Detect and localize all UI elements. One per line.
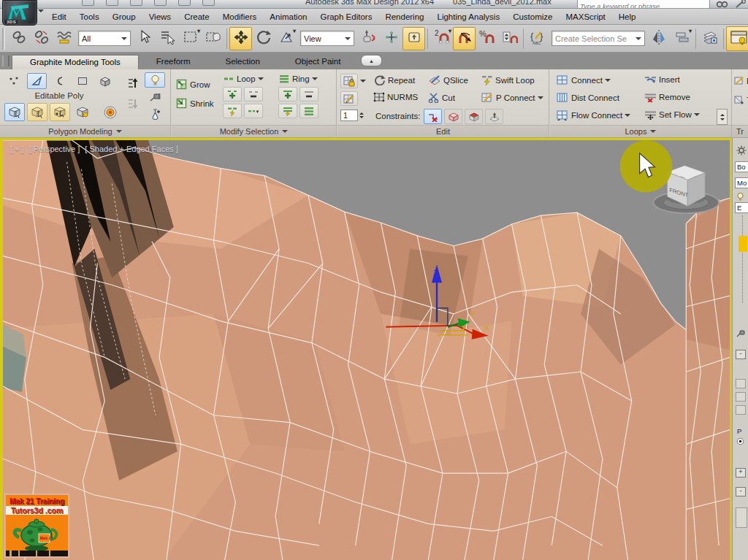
toggle-end-result-button[interactable] (145, 72, 165, 88)
tweak-uvs-button[interactable] (340, 91, 358, 106)
select-and-rotate-button[interactable] (252, 27, 275, 50)
open-file-icon[interactable] (106, 0, 118, 6)
keyboard-shortcut-override-button[interactable] (402, 27, 425, 50)
toggle-command-panel-button[interactable] (72, 103, 93, 121)
mirror-button[interactable] (648, 27, 671, 50)
select-object-button[interactable] (134, 27, 156, 50)
border-subobject-button[interactable] (50, 73, 69, 89)
grow-button[interactable]: Grow (175, 78, 210, 91)
repeat-button[interactable]: Repeat (373, 74, 416, 86)
ring-button[interactable]: Ring (278, 74, 318, 84)
snaps-toggle-2d-button[interactable]: 2▾ (430, 27, 453, 50)
modify-selection-caption[interactable]: Modify Selection (172, 125, 336, 137)
menu-rendering[interactable]: Rendering (378, 9, 430, 24)
search-binoculars-icon[interactable] (716, 0, 729, 9)
ring-mode-button[interactable] (278, 104, 297, 118)
tab-graphite-modeling-tools[interactable]: Graphite Modeling Tools (12, 55, 139, 69)
preview-multi-button[interactable] (50, 103, 70, 121)
angle-snap-toggle-button[interactable] (453, 27, 476, 50)
viewport-canvas[interactable]: Z Y X FRONT (3, 140, 730, 560)
tris-caption[interactable]: Tr (732, 125, 748, 137)
insert-loop-button[interactable]: Insert (644, 74, 681, 85)
menu-maxscript[interactable]: MAXScript (559, 9, 611, 24)
rollout-minus-2[interactable]: - (736, 487, 746, 496)
modifier-list-fragment[interactable]: Mo (735, 177, 748, 188)
preserve-uvs-caret-icon[interactable] (360, 80, 366, 85)
select-link-button[interactable] (7, 27, 30, 50)
undo-icon[interactable] (154, 0, 167, 6)
rollout-plus-1[interactable]: + (736, 468, 746, 477)
iterations-spinner[interactable] (359, 110, 364, 120)
select-and-manipulate-button[interactable] (380, 27, 402, 50)
ring-both-button[interactable] (299, 104, 318, 118)
redo-icon[interactable] (178, 0, 191, 6)
set-flow-button[interactable]: Set Flow (644, 109, 701, 120)
soft-selection-button[interactable] (98, 103, 123, 121)
qslice-button[interactable]: QSlice (427, 74, 469, 86)
preview-subobject-button[interactable] (27, 103, 47, 121)
menu-create[interactable]: Create (178, 9, 216, 24)
object-name-field-fragment[interactable]: Bo (735, 161, 748, 172)
menu-animation[interactable]: Animation (263, 9, 313, 24)
viewport-shading-menu[interactable]: [ Shaded + Edged Faces ] (85, 145, 178, 153)
infocenter-search[interactable] (577, 0, 710, 9)
menu-graph-editors[interactable]: Graph Editors (313, 9, 378, 24)
reference-coordinate-dropdown[interactable]: View (300, 31, 354, 46)
preserve-uvs-button[interactable] (340, 74, 358, 88)
toolbar-grip[interactable] (2, 28, 5, 50)
bind-spacewarp-button[interactable] (53, 27, 75, 50)
app-button-caret-icon[interactable] (38, 9, 44, 15)
loop-mode-button[interactable] (223, 104, 242, 118)
set-project-folder-icon[interactable] (202, 0, 215, 6)
shrink-button[interactable]: Shrink (175, 97, 215, 110)
p-connect-button[interactable]: P Connect (481, 91, 544, 104)
pin-stack-icon[interactable] (736, 329, 746, 339)
param-button-fragment-2[interactable] (736, 392, 746, 402)
dist-connect-button[interactable]: Dist Connect (556, 91, 620, 104)
cut-button[interactable]: Cut (427, 91, 456, 104)
constrain-none-button[interactable] (424, 109, 442, 124)
edit-named-selection-sets-button[interactable]: {}ABC (526, 27, 549, 50)
rectangular-selection-region-button[interactable]: ▾ (179, 27, 202, 50)
ribbon-minimize-button[interactable]: ▲ (361, 55, 382, 66)
nurms-button[interactable]: NURMS (373, 91, 419, 103)
element-subobject-button[interactable] (95, 73, 115, 89)
edit-poly-mode-button[interactable] (4, 103, 25, 121)
connect-button[interactable]: Connect (556, 74, 611, 86)
perspective-viewport[interactable]: [ + ] [ Perspective ] [ Shaded + Edged F… (0, 138, 732, 560)
search-input[interactable] (578, 1, 709, 9)
loops-caption[interactable]: Loops (550, 125, 731, 137)
turn-button[interactable]: Tu (733, 94, 748, 105)
param-button-fragment-3[interactable] (736, 405, 746, 415)
modifier-stack-entry-fragment[interactable]: E (735, 202, 748, 213)
rollout-minus-1[interactable]: - (736, 350, 746, 359)
tab-selection[interactable]: Selection (207, 55, 277, 69)
loop-grow-button[interactable] (223, 87, 242, 101)
menu-edit[interactable]: Edit (45, 9, 73, 24)
menu-views[interactable]: Views (142, 9, 178, 24)
loop-shrink-button[interactable] (244, 87, 263, 101)
menu-lighting-analysis[interactable]: Lighting Analysis (430, 9, 506, 24)
command-panel-tab-icon[interactable] (736, 145, 747, 157)
select-and-move-button[interactable] (229, 27, 252, 50)
manage-layers-button[interactable] (698, 27, 721, 50)
selection-filter-dropdown[interactable]: All (78, 31, 131, 46)
viewport-pov-menu[interactable]: [ Perspective ] (29, 145, 80, 153)
swift-loop-button[interactable]: Swift Loop (481, 74, 535, 86)
select-by-name-button[interactable] (156, 27, 179, 50)
quick-access-toolbar[interactable] (82, 0, 215, 6)
next-modifier-button[interactable] (124, 75, 140, 91)
constrain-normal-button[interactable] (485, 109, 503, 124)
edge-subobject-button[interactable] (27, 73, 47, 89)
iterations-field[interactable]: 1 (340, 110, 358, 121)
param-button-fragment-4[interactable] (736, 507, 747, 528)
application-button[interactable]: 3DS (2, 0, 37, 26)
select-and-scale-button[interactable]: ▾ (275, 27, 297, 50)
spinner-snap-toggle-button[interactable] (498, 27, 521, 50)
ring-shrink-button[interactable] (299, 87, 318, 101)
stack-bulb-icon[interactable] (736, 192, 744, 202)
previous-modifier-button[interactable] (124, 96, 140, 112)
radio-button-fragment[interactable] (736, 437, 744, 447)
remove-loop-button[interactable]: Remove (644, 91, 691, 103)
set-flow-spinner[interactable] (717, 109, 728, 125)
